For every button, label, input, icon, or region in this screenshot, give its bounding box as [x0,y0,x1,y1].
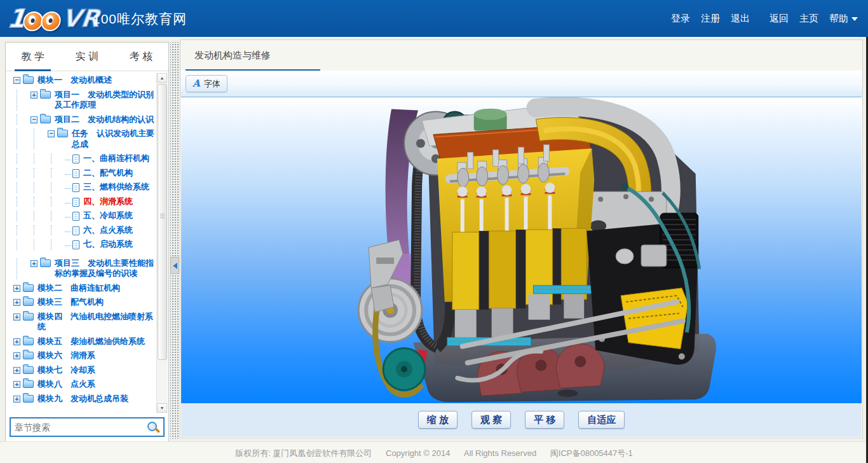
tree-branch-item[interactable]: +模块三 配气机构 [7,295,154,310]
folder-icon [23,298,34,306]
tree-branch-item[interactable]: +模块八 点火系 [7,377,154,392]
font-button[interactable]: A 字体 [186,75,227,92]
tree-branch-item[interactable]: +模块二 曲柄连缸机构 [7,281,154,296]
tree-item-label: 三、燃料供给系统 [83,182,149,193]
tree-item-label: 模块四 汽油机电控燃油喷射系统 [37,312,154,333]
tree-guide-line [34,128,48,149]
tree-leaf-item[interactable]: 五、冷却系统 [7,209,154,223]
folder-icon [40,259,51,267]
tree-dash-line [65,203,71,204]
nav-home-link[interactable]: 主页 [799,13,818,25]
scroll-up-icon[interactable]: ▲ [157,73,167,83]
tree-guide-line [17,168,31,179]
tree-leaf-item[interactable]: 七、启动系统 [7,237,154,252]
search-icon[interactable] [147,421,159,434]
tree-guide-line [34,197,48,207]
nav-back-link[interactable]: 返回 [770,13,789,25]
tree-dash-line [65,174,71,176]
fit-button[interactable]: 自适应 [578,411,625,429]
expand-icon[interactable]: + [13,285,20,292]
tree-item-label: 模块八 点火系 [37,379,95,390]
tree-branch-item[interactable]: +模块九 发动机总成吊装 [7,392,154,406]
expand-icon[interactable]: + [13,299,20,306]
tree-leaf-item[interactable]: 一、曲柄连杆机构 [7,151,154,166]
tree-guide-line [34,239,48,250]
panel-splitter[interactable] [170,42,180,439]
collapse-icon[interactable]: − [13,77,20,84]
tree-guide-line [34,211,48,221]
model-viewer-canvas[interactable] [181,97,862,404]
viewer-toolbar: A 字体 [180,71,862,97]
nav-login-link[interactable]: 登录 [671,13,690,25]
site-logo[interactable]: 1 VR [6,4,101,33]
tree-branch-item[interactable]: +项目一 发动机类型的识别及工作原理 [7,88,154,113]
tab-assessment[interactable]: 考 核 [114,43,168,71]
collapse-handle[interactable] [170,257,179,274]
tab-teaching[interactable]: 教 学 [6,43,60,71]
tree-guide-line [17,153,31,164]
collapse-icon[interactable]: − [31,116,37,123]
tab-training[interactable]: 实 训 [60,43,114,71]
expand-icon[interactable]: + [13,352,20,359]
expand-icon[interactable]: + [31,92,37,99]
folder-icon [40,116,51,123]
tree-branch-item[interactable]: +模块四 汽油机电控燃油喷射系统 [7,310,154,335]
expand-icon[interactable]: + [13,396,20,403]
document-icon [72,198,79,207]
expand-icon[interactable]: + [13,367,20,374]
expand-icon[interactable]: + [13,338,20,345]
viewer-controls: 缩 放 观 察 平 移 自适应 [181,403,862,437]
tree-item-label: 模块九 发动机总成吊装 [37,394,128,404]
nav-help-link[interactable]: 帮助 [829,13,858,25]
zoom-button[interactable]: 缩 放 [418,411,458,429]
page: 1 VR 100唯尔教育网 登录 注册 退出 返回 主页 帮助 教 学 实 训 … [0,0,868,463]
main-panel: 发动机构造与维修 A 字体 [180,39,863,438]
tree-guide-line [51,197,65,207]
tree-item-label: 四、润滑系统 [83,197,133,207]
observe-button[interactable]: 观 察 [471,411,511,429]
tree-guide-line [17,114,31,125]
sidebar-scrollbar[interactable]: ▲ ▼ [156,73,168,413]
header: 1 VR 100唯尔教育网 登录 注册 退出 返回 主页 帮助 [0,0,868,37]
nav-logout-link[interactable]: 退出 [731,13,750,25]
tree-item-label: 一、曲柄连杆机构 [83,153,149,164]
tree-branch-item[interactable]: +模块六 润滑系 [7,349,154,363]
nav-register-link[interactable]: 注册 [701,13,720,25]
collapse-icon[interactable]: − [48,130,55,137]
rights-text: All Rights Reserved [464,448,536,458]
tree-branch-item[interactable]: −模块一 发动机概述 [7,73,154,88]
tree-guide-line [34,168,48,179]
tab-engine-course[interactable]: 发动机构造与维修 [186,40,320,71]
folder-icon [23,380,34,388]
footer: 版权所有: 厦门凤凰创壹软件有限公司 Copyright © 2014 All … [0,441,868,463]
tree-leaf-item[interactable]: 四、润滑系统 [7,195,154,209]
tree-guide-line [17,225,31,236]
tree-branch-item[interactable]: +项目三 发动机主要性能指标的掌握及编号的识读 [7,256,154,281]
tree-guide-line [17,239,31,250]
pan-button[interactable]: 平 移 [525,411,564,429]
tree-item-label: 模块六 润滑系 [37,350,95,361]
tree-branch-item[interactable]: +模块五 柴油机燃油供给系统 [7,335,154,349]
tree-leaf-item[interactable]: 三、燃料供给系统 [7,180,154,195]
tree-dash-line [65,188,71,190]
expand-icon[interactable]: + [13,314,20,321]
expand-icon[interactable]: + [13,381,20,388]
tree-branch-item[interactable]: +模块七 冷却系 [7,363,154,378]
folder-icon [23,395,34,403]
scroll-down-icon[interactable]: ▼ [157,403,167,413]
tree-branch-item[interactable]: −项目二 发动机结构的认识 [7,113,154,127]
tree-guide-line [17,197,31,207]
tree-item-label: 七、启动系统 [83,239,133,250]
expand-icon[interactable]: + [31,260,37,267]
content-tabbar: 发动机构造与维修 [180,40,862,71]
tree-leaf-item[interactable]: 二、配气机构 [7,166,154,181]
document-icon [72,169,79,178]
font-icon: A [193,79,200,88]
tree-item-label: 模块二 曲柄连缸机构 [37,283,120,294]
tree-leaf-item[interactable]: 六、点火系统 [7,223,154,238]
tree-guide-line [51,153,65,164]
search-input[interactable] [11,422,147,432]
scrollbar-thumb[interactable] [158,84,167,360]
tree-branch-item[interactable]: −任务 认识发动机主要总成 [7,127,154,151]
sidebar: 教 学 实 训 考 核 −模块一 发动机概述+项目一 发动机类型的识别及工作原理… [5,42,169,443]
